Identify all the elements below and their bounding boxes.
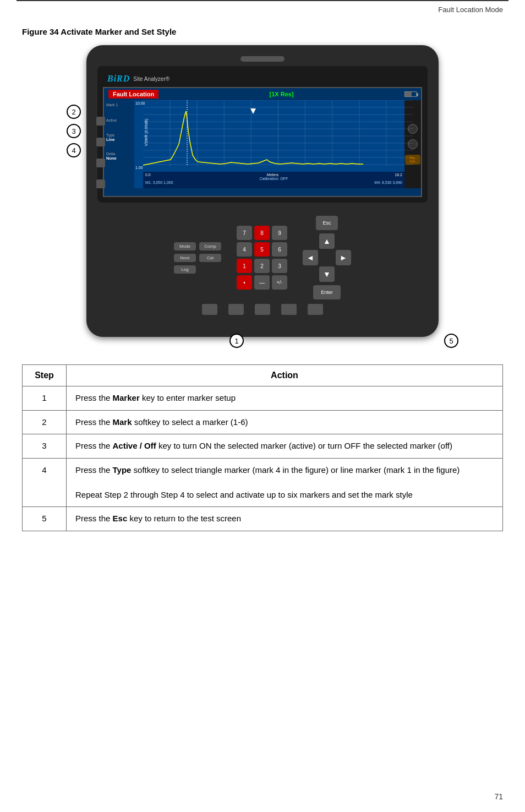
numpad-row2: 4 5 6	[237, 242, 287, 257]
enter-key[interactable]: Enter	[313, 285, 341, 299]
col-action-header: Action	[67, 365, 503, 386]
step-number: 1	[23, 386, 67, 411]
table-row: 4 Press the Type softkey to select trian…	[23, 458, 503, 507]
esc-key[interactable]: Esc	[316, 216, 338, 230]
mode-btn-row2: Nore Cal	[174, 254, 221, 262]
callout-5: 5	[444, 334, 458, 348]
softkey-btn-4[interactable]	[96, 179, 105, 188]
log-btn[interactable]: Log	[174, 265, 196, 274]
mode-btn-row3: Log	[174, 265, 221, 274]
handle-bar	[240, 56, 285, 62]
comp-btn[interactable]: Comp	[199, 242, 221, 250]
key-9[interactable]: 9	[272, 226, 287, 240]
key-2[interactable]: 2	[254, 259, 270, 273]
section-title: Fault Location Mode	[438, 6, 503, 14]
numpad: 7 8 9 4 5 6 1 2 3 •	[232, 221, 292, 294]
marker-key-label: Marker	[113, 393, 140, 402]
active-off-label: Active / Off	[113, 441, 156, 450]
step-action: Press the Mark softkey to select a marke…	[67, 410, 503, 434]
screen-top-bar: Fault Location [1X Res]	[104, 88, 421, 100]
table-row: 1 Press the Marker key to enter marker s…	[23, 386, 503, 411]
key-dot[interactable]: •	[237, 275, 252, 290]
key-4[interactable]: 4	[237, 242, 252, 257]
device: BiRD Site Analyzer® Fault Location [1X R…	[86, 45, 439, 337]
cal-btn[interactable]: Cal	[199, 254, 221, 262]
marker-info: M1: 3,050 1,000 M4: 8,530 3,890	[145, 181, 402, 184]
cal-status: Calibration: OFF	[145, 177, 402, 181]
x-axis-values: 0.0 Meters 18.2	[145, 173, 402, 177]
bottom-softkey-4[interactable]	[281, 304, 297, 315]
numpad-row3: 1 2 3	[237, 259, 287, 273]
bottom-softkeys	[97, 304, 428, 320]
key-7[interactable]: 7	[237, 226, 252, 240]
nore-btn[interactable]: Nore	[174, 254, 196, 262]
nav-section: Esc ▲ ◄ ► ▼ Enter	[303, 216, 351, 299]
callout-4: 4	[67, 143, 81, 157]
site-analyzer-text: Site Analyzer®	[133, 76, 169, 82]
bottom-softkey-1[interactable]	[202, 304, 217, 315]
key-1[interactable]: 1	[237, 259, 252, 273]
key-8[interactable]: 8	[254, 226, 270, 240]
softkey-btn-2[interactable]	[96, 138, 105, 146]
softkey-mark1: Mark 1	[105, 102, 133, 108]
col-step-header: Step	[23, 365, 67, 386]
bottom-softkey-5[interactable]	[308, 304, 323, 315]
screen-area: BiRD Site Analyzer® Fault Location [1X R…	[97, 66, 428, 203]
page-number: 71	[494, 792, 503, 801]
callout-2: 2	[67, 105, 81, 119]
figure-title: Figure 34 Activate Marker and Set Style	[22, 27, 503, 36]
x-axis: 0.0 Meters 18.2 Calibration: OFF M1: 3,0…	[143, 172, 404, 188]
numpad-row1: 7 8 9	[237, 226, 287, 240]
res-label: [1X Res]	[266, 90, 297, 99]
step-number: 2	[23, 410, 67, 434]
nav-empty-bl	[303, 266, 318, 282]
left-softkey-buttons	[96, 117, 105, 188]
steps-table: Step Action 1 Press the Marker key to en…	[22, 364, 503, 531]
step-action: Press the Type softkey to select triangl…	[67, 458, 503, 507]
key-5[interactable]: 5	[254, 242, 270, 257]
softkey-delta: Delta None	[105, 151, 133, 161]
type-softkey-label: Type	[113, 465, 132, 475]
table-section: Step Action 1 Press the Marker key to en…	[0, 359, 525, 542]
bottom-softkey-3[interactable]	[255, 304, 270, 315]
step-action: Press the Marker key to enter marker set…	[67, 386, 503, 411]
esc-key-label: Esc	[113, 514, 128, 523]
table-row: 2 Press the Mark softkey to select a mar…	[23, 410, 503, 434]
step-action: Press the Esc key to return to the test …	[67, 507, 503, 531]
softkey-type: Type Line	[105, 133, 133, 143]
table-row: 5 Press the Esc key to return to the tes…	[23, 507, 503, 531]
numpad-row4: • — +/-	[237, 275, 287, 290]
key-0[interactable]: —	[254, 275, 270, 290]
bottom-softkey-2[interactable]	[228, 304, 244, 315]
logo-bar: BiRD Site Analyzer®	[103, 72, 422, 86]
figure-wrapper: 2 3 4 BiRD Site Analyzer®	[59, 45, 466, 337]
battery-indicator	[404, 91, 417, 97]
figure-section: Figure 34 Activate Marker and Set Style …	[0, 16, 525, 337]
key-3[interactable]: 3	[272, 259, 287, 273]
step-number: 5	[23, 507, 67, 531]
softkey-active: Active	[105, 118, 133, 123]
chart-svg	[143, 100, 413, 172]
key-plusminus[interactable]: +/-	[272, 275, 287, 290]
nav-up[interactable]: ▲	[319, 233, 335, 249]
callout-1: 1	[229, 334, 244, 348]
mode-btn[interactable]: Mode	[174, 242, 196, 250]
nav-center	[319, 250, 335, 265]
nav-right[interactable]: ►	[336, 250, 351, 265]
page-header: Fault Location Mode	[0, 1, 525, 16]
nav-empty-tl	[303, 233, 318, 249]
nav-left[interactable]: ◄	[303, 250, 318, 265]
softkey-btn-1[interactable]	[96, 117, 105, 126]
nav-empty-br	[336, 266, 351, 282]
repeat-step-note: Repeat Step 2 through Step 4 to select a…	[75, 489, 494, 502]
softkey-btn-3[interactable]	[96, 159, 105, 167]
fault-location-label: Fault Location	[108, 90, 158, 99]
mark-softkey-label: Mark	[113, 417, 132, 427]
nav-empty-tr	[336, 233, 351, 249]
main-screen: Fault Location [1X Res]	[103, 87, 422, 197]
mode-buttons: Mode Comp Nore Cal Log	[174, 242, 221, 274]
keypad-area: Mode Comp Nore Cal Log 7 8	[97, 211, 428, 304]
key-6[interactable]: 6	[272, 242, 287, 257]
nav-down[interactable]: ▼	[319, 266, 335, 282]
device-handle	[97, 56, 428, 62]
